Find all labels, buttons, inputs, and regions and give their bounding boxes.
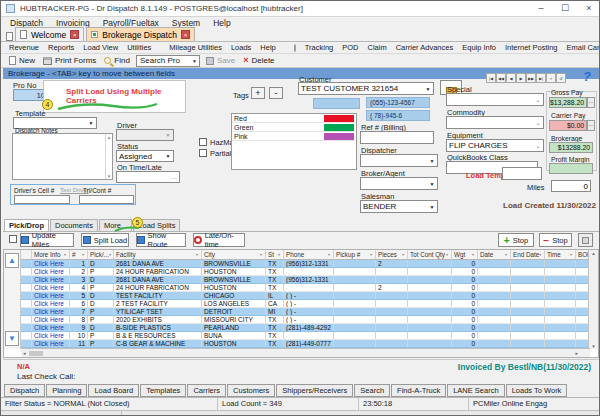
- row-selector[interactable]: ▶: [21, 276, 32, 283]
- module-tab[interactable]: Templates: [140, 384, 186, 397]
- module-tab[interactable]: Dispatch: [4, 384, 45, 397]
- row-selector[interactable]: ▶: [21, 300, 32, 307]
- more-info-link[interactable]: Click Here: [32, 332, 70, 339]
- chevron-down-icon[interactable]: ▼: [427, 204, 437, 210]
- on-time-late-field[interactable]: …: [116, 171, 180, 183]
- table-row[interactable]: ▶ Click Here 2 P 24 HOUR FABRICATION HOU…: [21, 268, 590, 276]
- menu-item[interactable]: Loads: [231, 43, 251, 52]
- nav-button[interactable]: ◀: [506, 73, 516, 83]
- table-row[interactable]: ▶ Click Here 10 P B & E RESOURCES BUNA T…: [21, 332, 590, 340]
- late-ontime-button[interactable]: Late/On-time: [193, 233, 245, 247]
- grid-horizontal-scrollbar[interactable]: ◂▸: [21, 348, 590, 357]
- chevron-down-icon[interactable]: ⌄: [533, 96, 543, 103]
- chevron-down-icon[interactable]: ▼: [86, 120, 96, 126]
- menu-item[interactable]: Utilities: [127, 43, 151, 52]
- delete-button[interactable]: × Delete: [241, 56, 276, 65]
- col-facility[interactable]: Facility▾: [114, 250, 202, 259]
- grid-vertical-scrollbar[interactable]: ▴▾: [588, 250, 598, 349]
- split-load-button[interactable]: Split Load: [81, 233, 129, 247]
- salesman-combobox[interactable]: BENDER▼: [360, 200, 438, 213]
- menu-item[interactable]: Revenue: [9, 43, 39, 52]
- nav-button[interactable]: ▶|: [536, 73, 546, 83]
- col-time[interactable]: Time▾: [545, 250, 576, 259]
- search-pro-combobox[interactable]: Search Pro ▼: [136, 55, 200, 67]
- row-selector[interactable]: ▶: [21, 308, 32, 315]
- select-all-checkbox[interactable]: [9, 235, 17, 243]
- menu-item[interactable]: Mileage Utilities: [169, 43, 222, 52]
- nav-button[interactable]: ◀◀: [496, 73, 506, 83]
- tab-documents[interactable]: Documents: [50, 219, 98, 231]
- menu-item[interactable]: Help: [213, 18, 230, 28]
- carrier-pay-ellipsis-button[interactable]: ...: [587, 120, 595, 131]
- nav-button[interactable]: ↺: [556, 73, 566, 83]
- chevron-down-icon[interactable]: ▼: [190, 58, 199, 64]
- tab-welcome[interactable]: Welcome ×: [15, 27, 84, 41]
- menu-item[interactable]: Help: [260, 43, 275, 52]
- save-button[interactable]: Save: [204, 56, 237, 65]
- col-pickup[interactable]: Pickup #▾: [334, 250, 376, 259]
- new-button[interactable]: New: [7, 56, 37, 65]
- tag-row[interactable]: Red: [232, 114, 356, 123]
- more-info-link[interactable]: Click Here: [32, 308, 70, 315]
- row-selector[interactable]: ▶: [21, 284, 32, 291]
- row-selector[interactable]: ▶: [21, 316, 32, 323]
- row-selector[interactable]: ▶: [21, 324, 32, 331]
- chevron-down-icon[interactable]: ▼: [427, 158, 437, 164]
- col-tot-cont-qty[interactable]: Tot Cont Qty▾: [408, 250, 452, 259]
- remove-tag-button[interactable]: -: [269, 87, 283, 99]
- row-selector[interactable]: ▶: [21, 268, 32, 275]
- menu-item[interactable]: Email Carriers: [567, 43, 600, 52]
- tags-listbox[interactable]: Red Green Pink: [231, 113, 357, 170]
- more-info-link[interactable]: Click Here: [32, 300, 70, 307]
- gross-pay-ellipsis-button[interactable]: ...: [587, 97, 595, 108]
- minimize-button[interactable]: –: [529, 1, 553, 17]
- status-combobox[interactable]: Assigned▼: [116, 150, 174, 162]
- module-tab[interactable]: Loads To Work: [506, 384, 568, 397]
- menu-item[interactable]: Invoicing: [56, 18, 90, 28]
- module-tab[interactable]: Carriers: [187, 384, 226, 397]
- module-tab[interactable]: Search: [354, 384, 390, 397]
- move-row-down-button[interactable]: ▼: [5, 331, 19, 346]
- print-forms-button[interactable]: Print Forms: [41, 56, 98, 65]
- table-row[interactable]: ▶ Click Here 7 P YTILICAF TSET DETROIT M…: [21, 308, 590, 316]
- chevron-down-icon[interactable]: ▼: [423, 86, 433, 92]
- partial-checkbox[interactable]: [199, 149, 207, 157]
- table-row[interactable]: ▶ Click Here 9 D B-SIDE PLASTICS PEARLAN…: [21, 324, 590, 332]
- more-info-link[interactable]: Click Here: [32, 260, 70, 267]
- module-tab[interactable]: Find-A-Truck: [391, 384, 446, 397]
- ellipsis-icon[interactable]: …: [169, 174, 179, 180]
- col-pick[interactable]: Pick/...▾: [88, 250, 114, 259]
- col-pieces[interactable]: Pieces▾: [376, 250, 408, 259]
- nav-button[interactable]: ▶: [516, 73, 526, 83]
- find-button[interactable]: Find: [102, 56, 132, 65]
- drivers-cell-input[interactable]: [14, 195, 70, 204]
- chevron-down-icon[interactable]: ⌄: [533, 119, 543, 126]
- chevron-down-icon[interactable]: ▼: [163, 132, 173, 138]
- col-wgt[interactable]: Wgt▾: [452, 250, 478, 259]
- menu-item[interactable]: Internet Posting: [505, 43, 558, 52]
- trl-cont-input[interactable]: [79, 195, 134, 204]
- row-selector[interactable]: ▶: [21, 340, 32, 347]
- add-tag-button[interactable]: +: [251, 87, 265, 99]
- broker-agent-combobox[interactable]: ▼: [360, 177, 438, 190]
- ref-billing-input[interactable]: [360, 131, 434, 144]
- maximize-button[interactable]: ☐: [553, 1, 577, 17]
- more-info-link[interactable]: Click Here: [32, 284, 70, 291]
- dispatcher-combobox[interactable]: ▼: [360, 154, 438, 167]
- commodity-combobox[interactable]: ⌄: [446, 116, 544, 129]
- module-tab[interactable]: Load Board: [88, 384, 139, 397]
- menu-item[interactable]: Carrier Advances: [396, 43, 454, 52]
- driver-combobox[interactable]: ▼: [116, 129, 174, 141]
- col-end-date[interactable]: End Date▾: [511, 250, 545, 259]
- tab-brokerage-dispatch[interactable]: Brokerage Dispatch ×: [86, 27, 195, 41]
- menu-item[interactable]: Payroll/Fueltax: [103, 18, 159, 28]
- table-row[interactable]: ▶ Click Here 8 P 2020 EXHIBITS MISSOURI …: [21, 316, 590, 324]
- col-date[interactable]: Date▾: [478, 250, 511, 259]
- menu-item[interactable]: Equip Info: [462, 43, 496, 52]
- close-button[interactable]: ×: [577, 1, 600, 17]
- table-row[interactable]: ▶ Click Here 4 P 24 HOUR FABRICATION HOU…: [21, 284, 590, 292]
- move-row-up-button[interactable]: ▲: [5, 253, 19, 268]
- col-more-info[interactable]: More Info▾: [32, 250, 70, 259]
- add-stop-button[interactable]: +Stop: [498, 233, 534, 247]
- close-tab-icon[interactable]: ×: [181, 30, 190, 39]
